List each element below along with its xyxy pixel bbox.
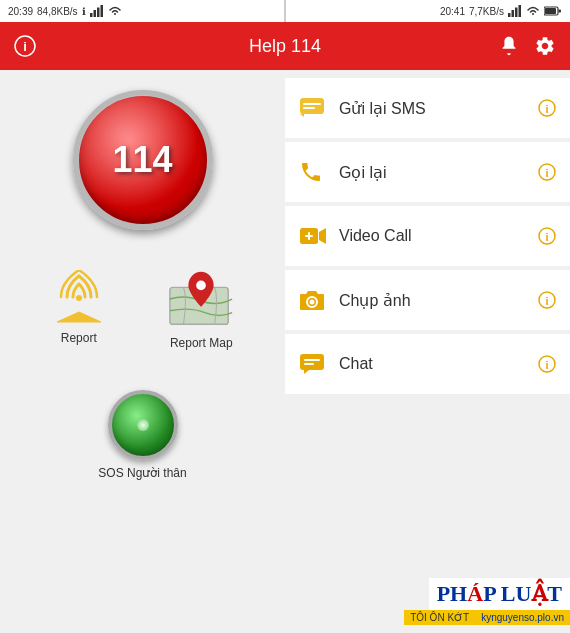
svg-rect-36 — [304, 359, 320, 361]
bell-icon[interactable] — [498, 35, 520, 57]
video-info-icon[interactable]: i — [538, 227, 556, 245]
chat-info-icon[interactable]: i — [538, 355, 556, 373]
svg-rect-9 — [559, 10, 562, 13]
left-panel: 114 — [0, 70, 285, 633]
svg-rect-27 — [308, 232, 310, 240]
photo-label: Chụp ảnh — [339, 291, 538, 310]
watermark-pluat: P LU — [483, 581, 531, 607]
watermark: PH Á P LU Ậ T TÔI ÔN KỚT kynguyenso.plo.… — [404, 578, 570, 625]
chat-label: Chat — [339, 355, 538, 373]
sos-114-label: 114 — [112, 139, 172, 181]
sms-info-icon[interactable]: i — [538, 99, 556, 117]
report-item[interactable]: Report — [49, 270, 109, 345]
phone-icon — [299, 160, 327, 184]
right-panel: Gửi lại SMS i Gọi lại i — [285, 70, 570, 633]
menu-item-photo[interactable]: Chụp ảnh i — [285, 270, 570, 330]
app-bar-left: i — [14, 35, 36, 57]
main-content: 114 — [0, 70, 570, 633]
report-icon — [49, 270, 109, 325]
svg-rect-18 — [303, 103, 321, 105]
svg-rect-7 — [519, 5, 522, 17]
watermark-logo-container: PH Á P LU Ậ T — [429, 578, 570, 610]
sos-114-button[interactable]: 114 — [73, 90, 213, 230]
call-label: Gọi lại — [339, 163, 538, 182]
status-bars: 20:39 84,8KB/s ℹ 20:41 7,7KB/s — [0, 0, 570, 22]
status-bar-right: 20:41 7,7KB/s — [286, 0, 570, 22]
gear-icon[interactable] — [534, 35, 556, 57]
data-left: 84,8KB/s — [37, 6, 78, 17]
info-icon[interactable]: i — [14, 35, 36, 57]
svg-rect-1 — [93, 10, 96, 17]
svg-rect-5 — [512, 10, 515, 17]
svg-point-16 — [196, 281, 206, 291]
time-left: 20:39 — [8, 6, 33, 17]
watermark-ap: Á — [467, 581, 483, 607]
watermark-t: T — [547, 581, 562, 607]
svg-text:i: i — [545, 295, 548, 307]
wifi-icon-right — [526, 6, 540, 16]
wifi-icon-left — [108, 6, 122, 16]
photo-info-icon[interactable]: i — [538, 291, 556, 309]
battery-icon — [544, 6, 562, 16]
sms-label: Gửi lại SMS — [339, 99, 538, 118]
watermark-url: kynguyenso.plo.vn — [475, 610, 570, 625]
video-icon — [299, 226, 327, 246]
svg-text:i: i — [545, 359, 548, 371]
menu-item-call[interactable]: Gọi lại i — [285, 142, 570, 202]
watermark-tag: TÔI ÔN KỚT — [404, 610, 475, 625]
menu-item-sms[interactable]: Gửi lại SMS i — [285, 78, 570, 138]
sos-nguoithan-button[interactable] — [108, 390, 178, 460]
svg-point-31 — [310, 300, 315, 305]
watermark-bottom: TÔI ÔN KỚT kynguyenso.plo.vn — [404, 610, 570, 625]
svg-rect-17 — [300, 98, 324, 114]
status-bar-left: 20:39 84,8KB/s ℹ — [0, 0, 284, 22]
report-map-label: Report Map — [170, 336, 233, 350]
svg-rect-10 — [545, 8, 556, 14]
svg-text:i: i — [23, 39, 27, 54]
watermark-ph: PH — [437, 581, 468, 607]
report-label: Report — [61, 331, 97, 345]
app-bar-title: Help 114 — [249, 36, 321, 57]
camera-icon — [299, 289, 327, 311]
svg-marker-35 — [304, 370, 309, 374]
svg-rect-4 — [508, 13, 511, 17]
watermark-at: Ậ — [531, 581, 547, 607]
svg-rect-3 — [100, 5, 103, 17]
svg-rect-19 — [303, 107, 315, 109]
svg-marker-13 — [57, 312, 101, 322]
sms-icon — [299, 97, 327, 119]
green-button-center — [137, 419, 149, 431]
svg-rect-6 — [515, 8, 518, 18]
bottom-icons-row: Report — [0, 260, 285, 360]
app-bar: i Help 114 — [0, 22, 570, 70]
svg-text:i: i — [545, 231, 548, 243]
svg-rect-37 — [304, 363, 314, 365]
video-label: Video Call — [339, 227, 538, 245]
sos-nguoithan-section: SOS Người thân — [98, 390, 186, 480]
time-right: 20:41 — [440, 6, 465, 17]
sos-nguoithan-label: SOS Người thân — [98, 466, 186, 480]
svg-rect-0 — [90, 13, 93, 17]
svg-text:i: i — [545, 103, 548, 115]
call-info-icon[interactable]: i — [538, 163, 556, 181]
menu-item-video[interactable]: Video Call i — [285, 206, 570, 266]
svg-text:i: i — [545, 167, 548, 179]
report-map-icon — [166, 270, 236, 330]
svg-rect-2 — [97, 8, 100, 18]
signal-icon-right — [508, 5, 522, 17]
report-map-item[interactable]: Report Map — [166, 270, 236, 350]
svg-rect-34 — [300, 354, 324, 370]
chat-icon — [299, 353, 327, 375]
svg-point-14 — [76, 295, 82, 301]
info-icon: ℹ — [82, 6, 86, 17]
app-bar-right — [498, 35, 556, 57]
signal-icon — [90, 5, 104, 17]
data-right: 7,7KB/s — [469, 6, 504, 17]
menu-item-chat[interactable]: Chat i — [285, 334, 570, 394]
svg-marker-25 — [319, 228, 326, 244]
